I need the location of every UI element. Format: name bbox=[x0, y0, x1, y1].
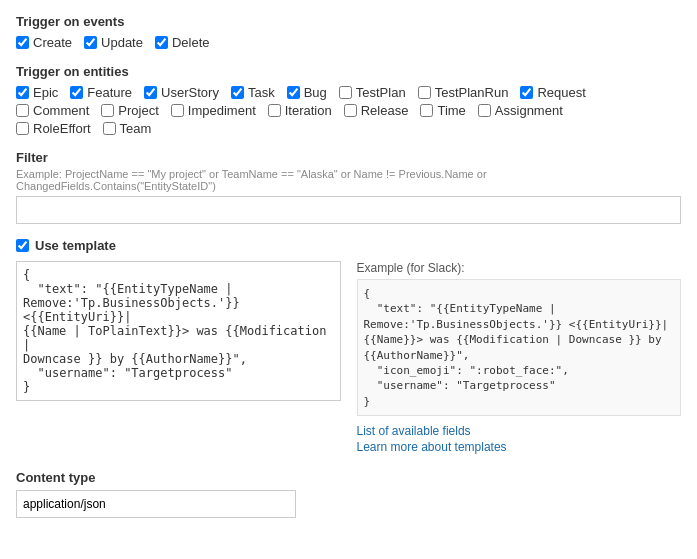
template-left: { "text": "{{EntityTypeName | Remove:'Tp… bbox=[16, 261, 341, 456]
entities-row-2: Comment Project Impediment Iteration Rel… bbox=[16, 103, 681, 118]
entity-userstory[interactable]: UserStory bbox=[144, 85, 219, 100]
entity-task[interactable]: Task bbox=[231, 85, 275, 100]
event-create-checkbox[interactable] bbox=[16, 36, 29, 49]
event-update-label: Update bbox=[101, 35, 143, 50]
event-create-label: Create bbox=[33, 35, 72, 50]
entity-iteration-label: Iteration bbox=[285, 103, 332, 118]
trigger-events-row: Create Update Delete bbox=[16, 35, 681, 50]
content-type-section: Content type bbox=[16, 470, 681, 518]
trigger-events-title: Trigger on events bbox=[16, 14, 681, 29]
template-checkbox[interactable] bbox=[16, 239, 29, 252]
entity-release[interactable]: Release bbox=[344, 103, 409, 118]
entity-feature-checkbox[interactable] bbox=[70, 86, 83, 99]
content-type-label: Content type bbox=[16, 470, 681, 485]
link-available-fields[interactable]: List of available fields bbox=[357, 424, 682, 438]
filter-hint: Example: ProjectName == "My project" or … bbox=[16, 168, 681, 192]
entity-impediment-checkbox[interactable] bbox=[171, 104, 184, 117]
entity-request[interactable]: Request bbox=[520, 85, 585, 100]
entity-team[interactable]: Team bbox=[103, 121, 152, 136]
entity-testplan-checkbox[interactable] bbox=[339, 86, 352, 99]
entity-roleeffort-checkbox[interactable] bbox=[16, 122, 29, 135]
entity-comment-label: Comment bbox=[33, 103, 89, 118]
event-update-item[interactable]: Update bbox=[84, 35, 143, 50]
entity-testplanrun[interactable]: TestPlanRun bbox=[418, 85, 509, 100]
entities-row-3: RoleEffort Team bbox=[16, 121, 681, 136]
filter-label: Filter bbox=[16, 150, 681, 165]
entity-assignment[interactable]: Assignment bbox=[478, 103, 563, 118]
entities-row-1: Epic Feature UserStory Task Bug TestPlan… bbox=[16, 85, 681, 100]
example-links: List of available fields Learn more abou… bbox=[357, 424, 682, 454]
template-body: { "text": "{{EntityTypeName | Remove:'Tp… bbox=[16, 261, 681, 456]
entity-testplanrun-checkbox[interactable] bbox=[418, 86, 431, 99]
entity-epic-label: Epic bbox=[33, 85, 58, 100]
example-label: Example (for Slack): bbox=[357, 261, 682, 275]
trigger-events-section: Trigger on events Create Update Delete bbox=[16, 14, 681, 50]
example-code: { "text": "{{EntityTypeName | Remove:'Tp… bbox=[357, 279, 682, 416]
entity-time[interactable]: Time bbox=[420, 103, 465, 118]
template-header-label: Use template bbox=[35, 238, 116, 253]
entity-time-label: Time bbox=[437, 103, 465, 118]
entity-release-checkbox[interactable] bbox=[344, 104, 357, 117]
event-delete-item[interactable]: Delete bbox=[155, 35, 210, 50]
entity-roleeffort-label: RoleEffort bbox=[33, 121, 91, 136]
entity-testplanrun-label: TestPlanRun bbox=[435, 85, 509, 100]
entity-comment-checkbox[interactable] bbox=[16, 104, 29, 117]
entity-project-label: Project bbox=[118, 103, 158, 118]
content-type-input[interactable] bbox=[16, 490, 296, 518]
entity-time-checkbox[interactable] bbox=[420, 104, 433, 117]
entity-testplan[interactable]: TestPlan bbox=[339, 85, 406, 100]
entity-project-checkbox[interactable] bbox=[101, 104, 114, 117]
entity-team-checkbox[interactable] bbox=[103, 122, 116, 135]
entity-comment[interactable]: Comment bbox=[16, 103, 89, 118]
entity-task-checkbox[interactable] bbox=[231, 86, 244, 99]
template-right: Example (for Slack): { "text": "{{Entity… bbox=[357, 261, 682, 456]
event-delete-checkbox[interactable] bbox=[155, 36, 168, 49]
entity-testplan-label: TestPlan bbox=[356, 85, 406, 100]
entity-epic-checkbox[interactable] bbox=[16, 86, 29, 99]
entity-epic[interactable]: Epic bbox=[16, 85, 58, 100]
entity-impediment[interactable]: Impediment bbox=[171, 103, 256, 118]
entity-userstory-checkbox[interactable] bbox=[144, 86, 157, 99]
event-create-item[interactable]: Create bbox=[16, 35, 72, 50]
entity-task-label: Task bbox=[248, 85, 275, 100]
entity-team-label: Team bbox=[120, 121, 152, 136]
entity-iteration[interactable]: Iteration bbox=[268, 103, 332, 118]
link-learn-templates[interactable]: Learn more about templates bbox=[357, 440, 682, 454]
entity-assignment-label: Assignment bbox=[495, 103, 563, 118]
entity-bug-label: Bug bbox=[304, 85, 327, 100]
event-delete-label: Delete bbox=[172, 35, 210, 50]
filter-input[interactable] bbox=[16, 196, 681, 224]
trigger-entities-title: Trigger on entities bbox=[16, 64, 681, 79]
entity-request-label: Request bbox=[537, 85, 585, 100]
entity-request-checkbox[interactable] bbox=[520, 86, 533, 99]
entity-roleeffort[interactable]: RoleEffort bbox=[16, 121, 91, 136]
entity-bug[interactable]: Bug bbox=[287, 85, 327, 100]
entity-bug-checkbox[interactable] bbox=[287, 86, 300, 99]
entity-userstory-label: UserStory bbox=[161, 85, 219, 100]
entity-feature[interactable]: Feature bbox=[70, 85, 132, 100]
event-update-checkbox[interactable] bbox=[84, 36, 97, 49]
entity-assignment-checkbox[interactable] bbox=[478, 104, 491, 117]
entity-impediment-label: Impediment bbox=[188, 103, 256, 118]
entity-project[interactable]: Project bbox=[101, 103, 158, 118]
entity-feature-label: Feature bbox=[87, 85, 132, 100]
template-textarea[interactable]: { "text": "{{EntityTypeName | Remove:'Tp… bbox=[16, 261, 341, 401]
template-section: Use template { "text": "{{EntityTypeName… bbox=[16, 238, 681, 456]
filter-section: Filter Example: ProjectName == "My proje… bbox=[16, 150, 681, 224]
entity-release-label: Release bbox=[361, 103, 409, 118]
entity-iteration-checkbox[interactable] bbox=[268, 104, 281, 117]
template-header: Use template bbox=[16, 238, 681, 253]
trigger-entities-section: Trigger on entities Epic Feature UserSto… bbox=[16, 64, 681, 136]
